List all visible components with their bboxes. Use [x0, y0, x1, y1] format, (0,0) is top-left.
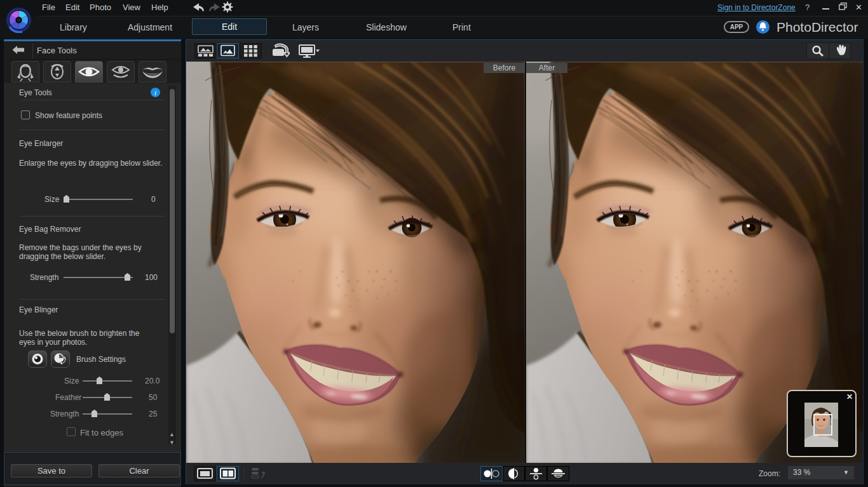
svg-text:i: i	[154, 89, 156, 97]
